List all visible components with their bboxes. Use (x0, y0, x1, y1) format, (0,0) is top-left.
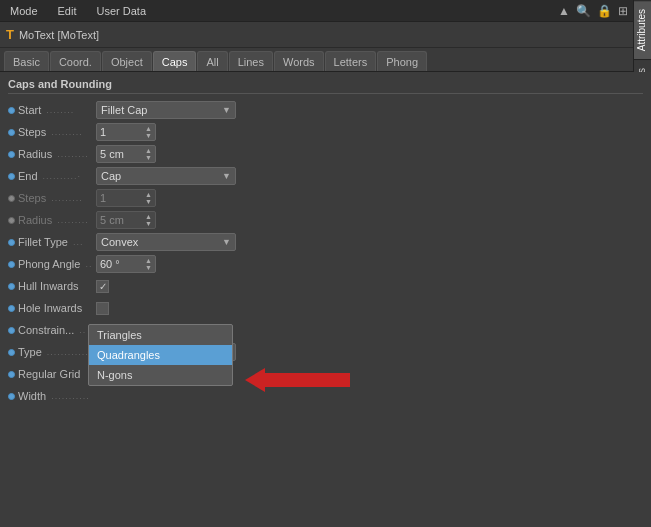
tab-caps[interactable]: Caps (153, 51, 197, 71)
start-row: Start ........ Fillet Cap ▼ (8, 100, 643, 120)
quadrangles-option[interactable]: Quadrangles (89, 345, 232, 365)
constrain-dots: .. (79, 325, 86, 335)
radius-label: Radius ......... (8, 148, 96, 160)
start-label-text: Start (18, 104, 41, 116)
menubar: Mode Edit User Data ▲ 🔍 🔒 ⊞ ⚙ (0, 0, 651, 22)
tab-phong[interactable]: Phong (377, 51, 427, 71)
end-steps-value: 1 (100, 192, 106, 204)
grid-icon: ⊞ (618, 4, 628, 18)
hole-inwards-dot (8, 305, 15, 312)
end-dropdown-arrow: ▼ (222, 171, 231, 181)
type-dropdown-open: Triangles Quadrangles N-gons (88, 324, 233, 386)
phong-angle-arrows: ▲▼ (145, 257, 152, 271)
phong-angle-dots: .. (85, 259, 92, 269)
end-steps-label-text: Steps (18, 192, 46, 204)
hull-inwards-checkbox[interactable]: ✓ (96, 280, 109, 293)
arrow-tail (265, 373, 350, 387)
menu-mode[interactable]: Mode (6, 3, 42, 19)
end-steps-dot (8, 195, 15, 202)
end-radius-dot (8, 217, 15, 224)
fillet-type-dot (8, 239, 15, 246)
end-radius-value: 5 cm (100, 214, 124, 226)
regular-grid-dot (8, 371, 15, 378)
steps-label: Steps ......... (8, 126, 96, 138)
menu-edit[interactable]: Edit (54, 3, 81, 19)
tab-coord[interactable]: Coord. (50, 51, 101, 71)
tab-words[interactable]: Words (274, 51, 324, 71)
cursor-icon: ▲ (558, 4, 570, 18)
radius-label-text: Radius (18, 148, 52, 160)
end-dropdown-value: Cap (101, 170, 121, 182)
arrow-head (245, 368, 265, 392)
constrain-dot (8, 327, 15, 334)
phong-angle-row: Phong Angle .. 60 ° ▲▼ (8, 254, 643, 274)
menubar-icons: ▲ 🔍 🔒 ⊞ ⚙ (558, 4, 645, 18)
hole-inwards-checkbox[interactable] (96, 302, 109, 315)
width-dots: ........... (51, 391, 90, 401)
steps-arrows: ▲▼ (145, 125, 152, 139)
start-dropdown-value: Fillet Cap (101, 104, 147, 116)
constrain-label: Constrain... .. (8, 324, 96, 336)
fillet-type-dropdown[interactable]: Convex ▼ (96, 233, 236, 251)
ngons-option[interactable]: N-gons (89, 365, 232, 385)
end-steps-row: Steps ......... 1 ▲▼ (8, 188, 643, 208)
search-icon: 🔍 (576, 4, 591, 18)
menu-userdata[interactable]: User Data (93, 3, 151, 19)
end-dropdown[interactable]: Cap ▼ (96, 167, 236, 185)
phong-angle-input[interactable]: 60 ° ▲▼ (96, 255, 156, 273)
phong-angle-dot (8, 261, 15, 268)
end-radius-label: Radius ......... (8, 214, 96, 226)
triangles-option[interactable]: Triangles (89, 325, 232, 345)
end-radius-arrows: ▲▼ (145, 213, 152, 227)
titlebar: T MoText [MoText] (0, 22, 651, 48)
end-label-text: End (18, 170, 38, 182)
right-tab-attributes[interactable]: Attributes (634, 0, 651, 59)
tab-object[interactable]: Object (102, 51, 152, 71)
start-label: Start ........ (8, 104, 96, 116)
fillet-type-dots: ... (73, 237, 84, 247)
radius-dot (8, 151, 15, 158)
steps-dot (8, 129, 15, 136)
section-title: Caps and Rounding (8, 78, 643, 94)
end-steps-dots: ......... (51, 193, 83, 203)
fillet-type-row: Fillet Type ... Convex ▼ (8, 232, 643, 252)
steps-label-text: Steps (18, 126, 46, 138)
end-radius-input: 5 cm ▲▼ (96, 211, 156, 229)
end-radius-row: Radius ......... 5 cm ▲▼ (8, 210, 643, 230)
hole-inwards-label-text: Hole Inwards (18, 302, 82, 314)
start-dot (8, 107, 15, 114)
hole-inwards-row: Hole Inwards (8, 298, 643, 318)
phong-angle-value: 60 ° (100, 258, 120, 270)
end-radius-dots: ......... (57, 215, 89, 225)
end-steps-arrows: ▲▼ (145, 191, 152, 205)
steps-input[interactable]: 1 ▲▼ (96, 123, 156, 141)
end-dot (8, 173, 15, 180)
red-arrow (245, 368, 350, 392)
motext-icon: T (6, 27, 14, 42)
tab-letters[interactable]: Letters (325, 51, 377, 71)
type-dots: ............ (47, 347, 89, 357)
steps-dots: ......... (51, 127, 83, 137)
tab-all[interactable]: All (197, 51, 227, 71)
tab-basic[interactable]: Basic (4, 51, 49, 71)
fillet-type-dropdown-arrow: ▼ (222, 237, 231, 247)
end-steps-input: 1 ▲▼ (96, 189, 156, 207)
width-label: Width ........... (8, 390, 96, 402)
hole-inwards-label: Hole Inwards (8, 302, 96, 314)
start-dropdown[interactable]: Fillet Cap ▼ (96, 101, 236, 119)
end-radius-label-text: Radius (18, 214, 52, 226)
radius-dots: ......... (57, 149, 89, 159)
end-row: End ..........· Cap ▼ (8, 166, 643, 186)
hull-inwards-dot (8, 283, 15, 290)
hull-inwards-label-text: Hull Inwards (18, 280, 79, 292)
phong-angle-label: Phong Angle .. (8, 258, 96, 270)
width-label-text: Width (18, 390, 46, 402)
main-panel: Caps and Rounding Start ........ Fillet … (0, 72, 651, 527)
fillet-type-label-text: Fillet Type (18, 236, 68, 248)
steps-value: 1 (100, 126, 106, 138)
radius-value: 5 cm (100, 148, 124, 160)
tab-lines[interactable]: Lines (229, 51, 273, 71)
type-label: Type ............ (8, 346, 96, 358)
radius-row: Radius ......... 5 cm ▲▼ (8, 144, 643, 164)
radius-input[interactable]: 5 cm ▲▼ (96, 145, 156, 163)
